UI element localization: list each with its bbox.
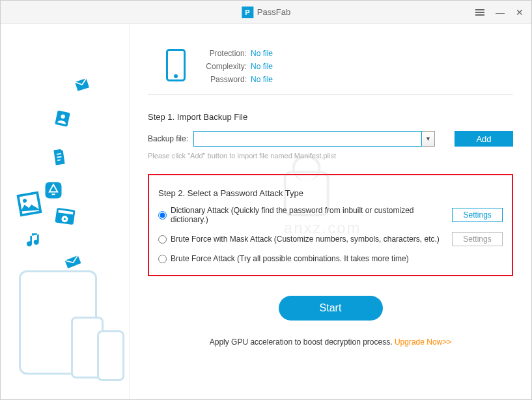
- attack-dictionary-radio[interactable]: [158, 211, 167, 220]
- video-icon: [53, 204, 77, 229]
- document-icon: [49, 147, 70, 167]
- app-window: P PassFab — ✕: [0, 0, 532, 400]
- info-password: Password: No file: [201, 75, 273, 84]
- close-button[interactable]: ✕: [514, 7, 525, 18]
- mail-icon: [73, 76, 91, 94]
- attack-mask-label[interactable]: Brute Force with Mask Attack (Customize …: [158, 235, 440, 244]
- backup-file-input[interactable]: [193, 131, 422, 147]
- menu-icon[interactable]: [475, 8, 486, 17]
- window-controls: — ✕: [475, 7, 525, 18]
- minimize-button[interactable]: —: [495, 7, 505, 18]
- contact-icon: [53, 109, 73, 129]
- appstore-icon: [44, 180, 63, 200]
- title-center: P PassFab: [242, 7, 290, 18]
- step1-hint: Please click "Add" button to import file…: [148, 152, 513, 160]
- footer-text: Apply GPU acceleration to boost decrypti…: [210, 337, 395, 347]
- app-title: PassFab: [257, 7, 290, 17]
- protection-label: Protection:: [201, 49, 247, 58]
- attack-dictionary-label[interactable]: Dictionary Attack (Quickly find the pass…: [158, 206, 452, 224]
- password-label: Password:: [201, 75, 247, 84]
- info-complexity: Complexity: No file: [201, 62, 273, 71]
- titlebar: P PassFab — ✕: [1, 1, 531, 24]
- svg-rect-3: [18, 193, 41, 216]
- mask-settings-button[interactable]: Settings: [452, 232, 503, 246]
- sidebar: [1, 24, 130, 399]
- phone-small-icon: [97, 330, 124, 381]
- password-value: No file: [251, 75, 273, 84]
- music-icon: [24, 230, 45, 251]
- step1: Step 1. Import Backup File Backup file: …: [148, 112, 513, 160]
- app-logo-icon: P: [242, 7, 253, 18]
- attack-option-brute: Brute Force Attack (Try all possible com…: [158, 254, 503, 263]
- device-icon: [166, 49, 186, 81]
- body: anxz.com Protection: No file Complexity:…: [1, 24, 531, 399]
- step2-title: Step 2. Select a Password Attack Type: [158, 188, 503, 198]
- main-panel: anxz.com Protection: No file Complexity:…: [130, 24, 531, 399]
- attack-brute-text: Brute Force Attack (Try all possible com…: [171, 254, 409, 263]
- add-button[interactable]: Add: [455, 131, 513, 147]
- svg-point-4: [23, 199, 27, 203]
- protection-value: No file: [251, 49, 273, 58]
- backup-file-label: Backup file:: [148, 134, 188, 143]
- attack-brute-radio[interactable]: [158, 255, 167, 263]
- file-info: Protection: No file Complexity: No file …: [148, 24, 513, 95]
- backup-file-dropdown[interactable]: ▼: [422, 131, 435, 147]
- info-protection: Protection: No file: [201, 49, 273, 58]
- envelope-icon: [62, 251, 84, 273]
- dictionary-settings-button[interactable]: Settings: [452, 208, 503, 222]
- footer: Apply GPU acceleration to boost decrypti…: [148, 337, 513, 347]
- attack-brute-label[interactable]: Brute Force Attack (Try all possible com…: [158, 254, 409, 263]
- attack-dictionary-text: Dictionary Attack (Quickly find the pass…: [171, 206, 452, 224]
- upgrade-link[interactable]: Upgrade Now>>: [395, 337, 451, 347]
- attack-option-mask: Brute Force with Mask Attack (Customize …: [158, 232, 503, 246]
- photo-icon: [16, 190, 43, 218]
- step2: Step 2. Select a Password Attack Type Di…: [148, 174, 513, 276]
- attack-option-dictionary: Dictionary Attack (Quickly find the pass…: [158, 206, 503, 224]
- attack-mask-text: Brute Force with Mask Attack (Customize …: [171, 235, 440, 244]
- step1-title: Step 1. Import Backup File: [148, 112, 513, 122]
- complexity-label: Complexity:: [201, 62, 247, 71]
- complexity-value: No file: [251, 62, 273, 71]
- attack-mask-radio[interactable]: [158, 235, 167, 244]
- start-button[interactable]: Start: [279, 296, 383, 321]
